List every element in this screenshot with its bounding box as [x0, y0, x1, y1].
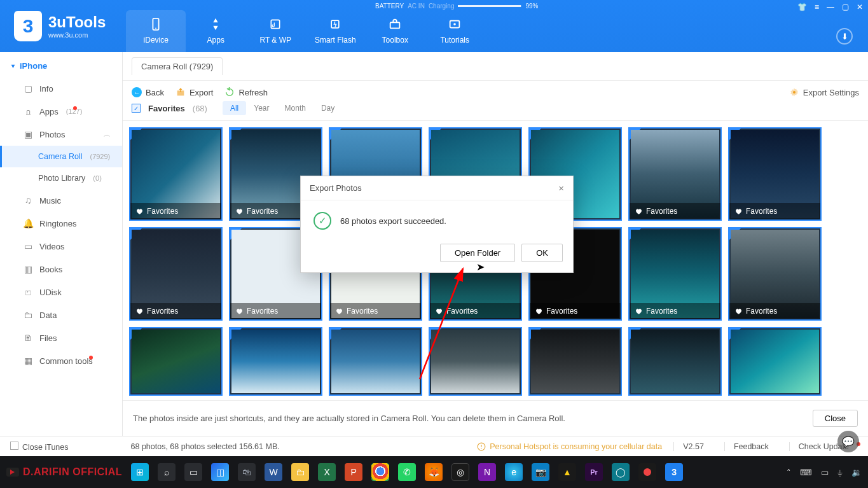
- word-icon[interactable]: W: [265, 463, 282, 481]
- back-icon: ←: [132, 87, 142, 97]
- sidebar-item-books[interactable]: ▥Books: [0, 258, 122, 281]
- photo-thumb[interactable]: [229, 327, 322, 396]
- excel-icon[interactable]: X: [318, 463, 336, 481]
- tutorials-icon: [446, 17, 464, 32]
- photo-thumb[interactable]: Favorites: [628, 127, 722, 221]
- photo-thumb[interactable]: Favorites: [129, 227, 223, 321]
- photo-thumb[interactable]: [628, 327, 722, 396]
- nav-toolbox[interactable]: Toolbox: [365, 10, 425, 52]
- premiere-icon[interactable]: Pr: [585, 463, 603, 481]
- seg-day[interactable]: Day: [313, 101, 342, 115]
- photo-thumb[interactable]: Favorites: [728, 227, 822, 321]
- download-icon[interactable]: ⬇: [836, 28, 853, 45]
- success-icon: ✓: [313, 212, 331, 230]
- explorer-icon[interactable]: 🗀: [291, 463, 309, 481]
- whatsapp-icon[interactable]: ✆: [398, 463, 416, 481]
- export-icon: [176, 87, 186, 97]
- chevron-up-icon[interactable]: ˄: [787, 468, 791, 477]
- firefox-icon[interactable]: 🦊: [425, 463, 443, 481]
- skin-icon[interactable]: 👕: [796, 3, 808, 11]
- menu-icon[interactable]: ≡: [813, 3, 820, 11]
- system-tray[interactable]: ˄ ⌨ ▭ ⏚ 🔉: [787, 468, 862, 477]
- nav-smartflash[interactable]: Smart Flash: [305, 10, 365, 52]
- sidebar-item-udisk[interactable]: ⏍UDisk: [0, 281, 122, 303]
- sidebar-item-videos[interactable]: ▭Videos: [0, 235, 122, 258]
- message-badge-icon[interactable]: 💬: [837, 431, 859, 452]
- photo-thumb[interactable]: Favorites: [628, 227, 722, 321]
- sidebar-item-photolibrary[interactable]: Photo Library (0): [0, 167, 122, 189]
- sidebar-item-photos[interactable]: ▣Photos︿: [0, 123, 122, 146]
- nav-rtwp[interactable]: RT & WP: [245, 10, 305, 52]
- taskview-button[interactable]: ▭: [184, 463, 202, 481]
- seg-month[interactable]: Month: [277, 101, 313, 115]
- store-icon[interactable]: 🛍: [238, 463, 256, 481]
- heart-icon: [734, 307, 742, 315]
- chrome-icon[interactable]: [371, 463, 389, 481]
- back-button[interactable]: ←Back: [132, 87, 164, 97]
- search-button[interactable]: ⌕: [158, 463, 176, 481]
- sidebar-item-ringtones[interactable]: 🔔Ringtones: [0, 212, 122, 235]
- heart-icon: [535, 307, 542, 315]
- sidebar-item-files[interactable]: 🗎Files: [0, 326, 122, 349]
- sidebar-item-apps[interactable]: ⩍Apps(127): [0, 100, 122, 123]
- obs-icon[interactable]: ◎: [451, 463, 469, 481]
- 3utools-icon[interactable]: 3: [665, 463, 683, 481]
- start-button[interactable]: ⊞: [131, 463, 149, 481]
- export-button[interactable]: Export: [176, 87, 214, 97]
- minimize-icon[interactable]: —: [825, 3, 836, 11]
- heart-icon: [635, 207, 642, 215]
- sidebar-item-data[interactable]: 🗀Data: [0, 303, 122, 326]
- bell-icon: 🔔: [23, 218, 33, 228]
- photo-thumb[interactable]: [728, 327, 822, 396]
- favorites-checkbox[interactable]: ✓: [132, 104, 141, 113]
- info-icon: ▢: [23, 83, 33, 94]
- volume-icon[interactable]: 🔉: [851, 468, 862, 477]
- close-button[interactable]: Close: [813, 410, 858, 427]
- refresh-icon: [224, 87, 235, 97]
- sidebar-item-music[interactable]: ♫Music: [0, 189, 122, 212]
- photo-thumb[interactable]: Favorites: [129, 127, 223, 221]
- sidebar-item-info[interactable]: ▢Info: [0, 77, 122, 100]
- device-header[interactable]: iPhone: [0, 55, 122, 77]
- sidebar-item-cameraroll[interactable]: Camera Roll (7929): [0, 146, 122, 167]
- photo-thumb[interactable]: [329, 327, 422, 396]
- powerpoint-icon[interactable]: P: [345, 463, 362, 481]
- app-teal-icon[interactable]: ◯: [612, 463, 630, 481]
- record-icon[interactable]: [638, 463, 656, 481]
- photo-thumb[interactable]: [528, 327, 622, 396]
- photo-thumb[interactable]: Favorites: [728, 127, 822, 221]
- warning-icon[interactable]: ▲: [558, 463, 576, 481]
- refresh-button[interactable]: Refresh: [224, 87, 268, 97]
- nav-tutorials[interactable]: Tutorials: [425, 10, 485, 52]
- edge-icon[interactable]: e: [505, 463, 523, 481]
- maximize-icon[interactable]: ▢: [841, 3, 850, 11]
- export-modal: Export Photos× ✓ 68 photos export succee…: [300, 176, 574, 273]
- nav-idevice[interactable]: iDevice: [126, 10, 186, 52]
- widgets-button[interactable]: ◫: [211, 463, 229, 481]
- seg-year[interactable]: Year: [246, 101, 277, 115]
- modal-close-icon[interactable]: ×: [558, 183, 564, 193]
- heart-icon: [135, 207, 143, 215]
- apps-icon: [207, 17, 224, 32]
- folder-icon: 🗀: [23, 310, 33, 320]
- photo-thumb[interactable]: [429, 327, 522, 396]
- close-icon[interactable]: ✕: [855, 3, 864, 11]
- wifi-icon[interactable]: ⏚: [837, 468, 843, 477]
- channel-brand: D.ARIFIN OFFICIAL: [6, 466, 122, 478]
- app-logo[interactable]: 3 3uTools www.3u.com: [0, 0, 120, 52]
- export-settings-button[interactable]: Export Settings: [789, 87, 859, 97]
- nav-apps[interactable]: Apps: [186, 10, 245, 52]
- feedback-button[interactable]: Feedback: [724, 442, 778, 451]
- open-folder-button[interactable]: Open Folder: [440, 244, 515, 262]
- seg-all[interactable]: All: [223, 101, 246, 115]
- hotspot-warning[interactable]: Personal Hotspot is consuming your cellu…: [477, 442, 662, 451]
- ok-button[interactable]: OK: [521, 244, 563, 262]
- battery-tray-icon[interactable]: ▭: [821, 468, 829, 477]
- onenote-icon[interactable]: N: [478, 463, 496, 481]
- camera-icon[interactable]: 📷: [532, 463, 549, 481]
- sidebar-item-commontools[interactable]: ▦Common tools: [0, 349, 122, 372]
- keyboard-icon[interactable]: ⌨: [800, 468, 812, 477]
- close-itunes-checkbox[interactable]: Close iTunes: [10, 442, 69, 452]
- breadcrumb-tab[interactable]: Camera Roll (7929): [132, 57, 223, 75]
- photo-thumb[interactable]: [129, 327, 223, 396]
